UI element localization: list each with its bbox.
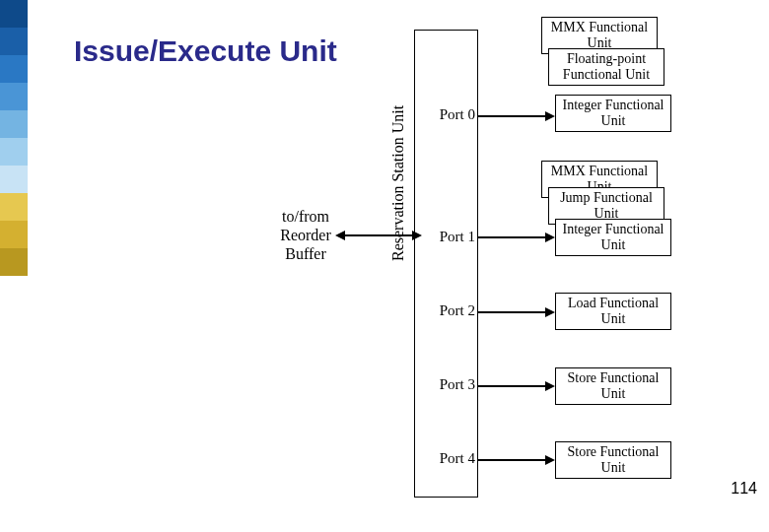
reservation-station-label: Reservation Station Unit [389, 105, 407, 261]
port2-label: Port 2 [426, 302, 475, 319]
port0-label: Port 0 [426, 106, 475, 123]
port1-arrow [478, 236, 547, 238]
port0-arrow [478, 115, 547, 117]
reorder-buffer-label: to/from Reorder Buffer [266, 207, 345, 264]
port3-label: Port 3 [426, 376, 475, 393]
port3-store-unit: Store Functional Unit [555, 367, 671, 405]
slide-color-bar [0, 0, 28, 276]
port1-label: Port 1 [426, 229, 475, 245]
port1-int-unit: Integer Functional Unit [555, 219, 671, 256]
reservation-station-box [414, 30, 478, 498]
port4-arrow [478, 459, 547, 461]
port0-int-unit: Integer Functional Unit [555, 95, 671, 132]
page-title: Issue/Execute Unit [74, 34, 337, 68]
port3-arrow [478, 385, 547, 387]
port2-load-unit: Load Functional Unit [555, 293, 671, 330]
port2-arrow [478, 311, 547, 313]
slide-number: 114 [731, 480, 757, 498]
port0-fp-unit: Floating-point Functional Unit [548, 48, 664, 86]
reorder-buffer-arrow [343, 234, 414, 236]
port4-label: Port 4 [426, 450, 475, 467]
port4-store-unit: Store Functional Unit [555, 441, 671, 479]
